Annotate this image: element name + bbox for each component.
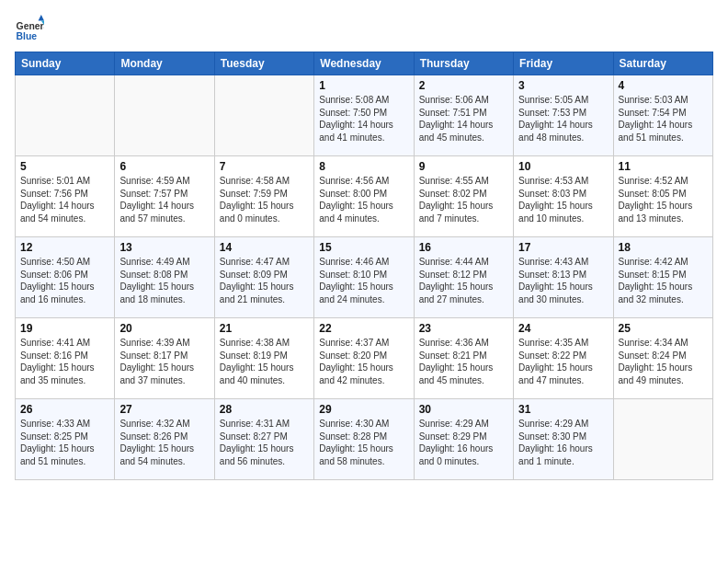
page-header: General Blue <box>15 15 713 44</box>
day-info: Sunrise: 4:37 AM Sunset: 8:20 PM Dayligh… <box>319 337 408 386</box>
calendar-cell <box>16 75 115 156</box>
day-info: Sunrise: 4:36 AM Sunset: 8:21 PM Dayligh… <box>419 337 508 386</box>
calendar-cell: 24Sunrise: 4:35 AM Sunset: 8:22 PM Dayli… <box>514 318 613 399</box>
day-info: Sunrise: 4:42 AM Sunset: 8:15 PM Dayligh… <box>619 256 708 305</box>
day-info: Sunrise: 4:49 AM Sunset: 8:08 PM Dayligh… <box>119 256 209 305</box>
calendar-table: SundayMondayTuesdayWednesdayThursdayFrid… <box>15 52 713 480</box>
calendar-cell: 18Sunrise: 4:42 AM Sunset: 8:15 PM Dayli… <box>613 237 712 318</box>
calendar-cell: 9Sunrise: 4:55 AM Sunset: 8:02 PM Daylig… <box>414 156 513 237</box>
day-info: Sunrise: 4:59 AM Sunset: 7:57 PM Dayligh… <box>119 175 209 224</box>
calendar-cell: 5Sunrise: 5:01 AM Sunset: 7:56 PM Daylig… <box>16 156 115 237</box>
day-info: Sunrise: 4:34 AM Sunset: 8:24 PM Dayligh… <box>619 337 708 386</box>
day-number: 4 <box>619 79 708 92</box>
day-info: Sunrise: 4:50 AM Sunset: 8:06 PM Dayligh… <box>20 256 109 305</box>
calendar-cell: 29Sunrise: 4:30 AM Sunset: 8:28 PM Dayli… <box>314 399 414 480</box>
calendar-cell: 26Sunrise: 4:33 AM Sunset: 8:25 PM Dayli… <box>16 399 115 480</box>
day-info: Sunrise: 4:32 AM Sunset: 8:26 PM Dayligh… <box>119 418 209 467</box>
week-row-2: 5Sunrise: 5:01 AM Sunset: 7:56 PM Daylig… <box>16 156 713 237</box>
calendar-cell: 12Sunrise: 4:50 AM Sunset: 8:06 PM Dayli… <box>16 237 115 318</box>
day-number: 13 <box>119 241 209 254</box>
logo: General Blue <box>15 15 44 44</box>
day-number: 25 <box>619 322 708 335</box>
day-number: 26 <box>20 403 109 416</box>
day-number: 10 <box>518 160 608 173</box>
calendar-cell: 17Sunrise: 4:43 AM Sunset: 8:13 PM Dayli… <box>514 237 613 318</box>
day-number: 12 <box>20 241 109 254</box>
calendar-cell <box>115 75 214 156</box>
day-number: 18 <box>619 241 708 254</box>
day-info: Sunrise: 5:08 AM Sunset: 7:50 PM Dayligh… <box>319 94 408 144</box>
calendar-cell: 31Sunrise: 4:29 AM Sunset: 8:30 PM Dayli… <box>514 399 613 480</box>
weekday-header-saturday: Saturday <box>613 52 712 75</box>
day-number: 7 <box>220 160 309 173</box>
calendar-cell: 3Sunrise: 5:05 AM Sunset: 7:53 PM Daylig… <box>514 75 613 156</box>
weekday-header-tuesday: Tuesday <box>214 52 313 75</box>
day-info: Sunrise: 4:58 AM Sunset: 7:59 PM Dayligh… <box>220 175 309 224</box>
weekday-header-thursday: Thursday <box>414 52 513 75</box>
day-number: 17 <box>518 241 608 254</box>
day-number: 6 <box>119 160 209 173</box>
day-number: 16 <box>419 241 508 254</box>
calendar-cell: 22Sunrise: 4:37 AM Sunset: 8:20 PM Dayli… <box>314 318 414 399</box>
day-info: Sunrise: 4:29 AM Sunset: 8:29 PM Dayligh… <box>419 418 508 467</box>
day-number: 3 <box>518 79 608 92</box>
weekday-header-sunday: Sunday <box>16 52 115 75</box>
calendar-cell: 16Sunrise: 4:44 AM Sunset: 8:12 PM Dayli… <box>414 237 513 318</box>
calendar-cell: 30Sunrise: 4:29 AM Sunset: 8:29 PM Dayli… <box>414 399 513 480</box>
week-row-3: 12Sunrise: 4:50 AM Sunset: 8:06 PM Dayli… <box>16 237 713 318</box>
calendar-cell: 15Sunrise: 4:46 AM Sunset: 8:10 PM Dayli… <box>314 237 414 318</box>
day-info: Sunrise: 4:35 AM Sunset: 8:22 PM Dayligh… <box>518 337 608 386</box>
calendar-cell: 2Sunrise: 5:06 AM Sunset: 7:51 PM Daylig… <box>414 75 513 156</box>
day-info: Sunrise: 4:33 AM Sunset: 8:25 PM Dayligh… <box>20 418 109 467</box>
day-info: Sunrise: 5:06 AM Sunset: 7:51 PM Dayligh… <box>419 94 508 144</box>
calendar-cell: 4Sunrise: 5:03 AM Sunset: 7:54 PM Daylig… <box>613 75 712 156</box>
weekday-header-monday: Monday <box>115 52 214 75</box>
day-number: 2 <box>419 79 508 92</box>
day-number: 20 <box>119 322 209 335</box>
day-info: Sunrise: 5:01 AM Sunset: 7:56 PM Dayligh… <box>20 175 109 224</box>
day-info: Sunrise: 4:47 AM Sunset: 8:09 PM Dayligh… <box>220 256 309 305</box>
day-info: Sunrise: 4:31 AM Sunset: 8:27 PM Dayligh… <box>220 418 309 467</box>
day-info: Sunrise: 4:29 AM Sunset: 8:30 PM Dayligh… <box>518 418 608 467</box>
calendar-cell: 13Sunrise: 4:49 AM Sunset: 8:08 PM Dayli… <box>115 237 214 318</box>
day-info: Sunrise: 4:30 AM Sunset: 8:28 PM Dayligh… <box>319 418 408 467</box>
calendar-cell: 14Sunrise: 4:47 AM Sunset: 8:09 PM Dayli… <box>214 237 313 318</box>
calendar-cell <box>214 75 313 156</box>
day-number: 5 <box>20 160 109 173</box>
day-number: 24 <box>518 322 608 335</box>
week-row-1: 1Sunrise: 5:08 AM Sunset: 7:50 PM Daylig… <box>16 75 713 156</box>
weekday-header-friday: Friday <box>514 52 613 75</box>
calendar-cell: 25Sunrise: 4:34 AM Sunset: 8:24 PM Dayli… <box>613 318 712 399</box>
svg-text:General: General <box>17 21 44 31</box>
calendar-cell: 20Sunrise: 4:39 AM Sunset: 8:17 PM Dayli… <box>115 318 214 399</box>
day-info: Sunrise: 4:53 AM Sunset: 8:03 PM Dayligh… <box>518 175 608 224</box>
calendar-cell: 19Sunrise: 4:41 AM Sunset: 8:16 PM Dayli… <box>16 318 115 399</box>
calendar-cell <box>613 399 712 480</box>
day-number: 11 <box>619 160 708 173</box>
day-number: 9 <box>419 160 508 173</box>
day-info: Sunrise: 4:43 AM Sunset: 8:13 PM Dayligh… <box>518 256 608 305</box>
day-info: Sunrise: 4:39 AM Sunset: 8:17 PM Dayligh… <box>119 337 209 386</box>
day-info: Sunrise: 4:41 AM Sunset: 8:16 PM Dayligh… <box>20 337 109 386</box>
day-info: Sunrise: 4:46 AM Sunset: 8:10 PM Dayligh… <box>319 256 408 305</box>
day-info: Sunrise: 4:44 AM Sunset: 8:12 PM Dayligh… <box>419 256 508 305</box>
weekday-header-row: SundayMondayTuesdayWednesdayThursdayFrid… <box>16 52 713 75</box>
day-number: 28 <box>220 403 309 416</box>
day-number: 21 <box>220 322 309 335</box>
day-number: 19 <box>20 322 109 335</box>
day-number: 31 <box>518 403 608 416</box>
day-info: Sunrise: 4:52 AM Sunset: 8:05 PM Dayligh… <box>619 175 708 224</box>
day-number: 23 <box>419 322 508 335</box>
day-info: Sunrise: 4:38 AM Sunset: 8:19 PM Dayligh… <box>220 337 309 386</box>
day-number: 14 <box>220 241 309 254</box>
calendar-cell: 11Sunrise: 4:52 AM Sunset: 8:05 PM Dayli… <box>613 156 712 237</box>
calendar-cell: 8Sunrise: 4:56 AM Sunset: 8:00 PM Daylig… <box>314 156 414 237</box>
calendar-cell: 28Sunrise: 4:31 AM Sunset: 8:27 PM Dayli… <box>214 399 313 480</box>
day-number: 29 <box>319 403 408 416</box>
day-info: Sunrise: 4:56 AM Sunset: 8:00 PM Dayligh… <box>319 175 408 224</box>
calendar-cell: 7Sunrise: 4:58 AM Sunset: 7:59 PM Daylig… <box>214 156 313 237</box>
calendar-cell: 21Sunrise: 4:38 AM Sunset: 8:19 PM Dayli… <box>214 318 313 399</box>
day-number: 22 <box>319 322 408 335</box>
weekday-header-wednesday: Wednesday <box>314 52 414 75</box>
logo-icon: General Blue <box>15 15 44 44</box>
